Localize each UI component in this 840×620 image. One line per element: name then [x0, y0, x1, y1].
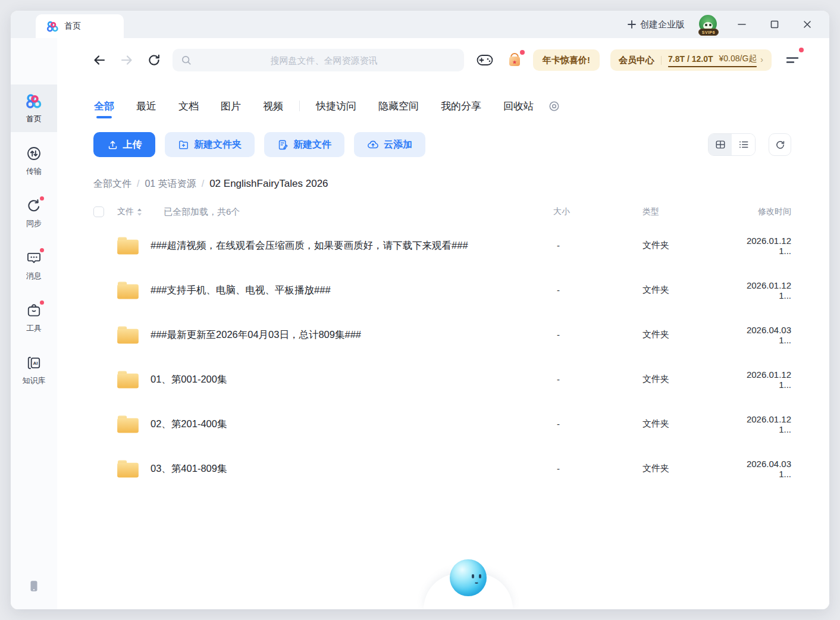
- annual-card-promo-button[interactable]: 年卡惊喜价!: [533, 49, 600, 71]
- breadcrumb-separator: /: [137, 179, 139, 189]
- tab-my-shares[interactable]: 我的分享: [441, 99, 481, 113]
- folder-icon: [117, 370, 139, 389]
- search-input[interactable]: [192, 55, 456, 65]
- games-button[interactable]: [476, 51, 494, 69]
- upload-button[interactable]: 上传: [93, 132, 155, 157]
- file-type: 文件夹: [642, 240, 732, 251]
- back-button[interactable]: [92, 52, 107, 68]
- new-file-button[interactable]: 新建文件: [264, 132, 344, 157]
- app-logo-icon: [46, 20, 59, 33]
- close-button[interactable]: [798, 15, 816, 33]
- tab-all[interactable]: 全部: [94, 99, 114, 113]
- file-modified: 2026.04.03 1...: [732, 325, 791, 345]
- member-center-button[interactable]: 会员中心 7.8T / 12.0T ¥0.08/G起 ›: [610, 49, 772, 71]
- tab-home[interactable]: 首页: [36, 14, 124, 38]
- maximize-button[interactable]: [766, 15, 783, 33]
- sidebar-item-label: 首页: [26, 114, 42, 124]
- grid-view-button[interactable]: [709, 134, 732, 155]
- divider: [299, 101, 300, 111]
- cloud-add-label: 云添加: [384, 139, 412, 151]
- type-column-label[interactable]: 类型: [642, 206, 732, 217]
- new-folder-button[interactable]: 新建文件夹: [165, 132, 255, 157]
- list-refresh-button[interactable]: [769, 133, 791, 156]
- file-name[interactable]: ###支持手机、电脑、电视、平板播放###: [151, 284, 331, 297]
- tab-quick-access[interactable]: 快捷访问: [316, 99, 356, 113]
- file-name[interactable]: ###超清视频，在线观看会压缩画质，如果要画质好，请下载下来观看###: [151, 239, 468, 252]
- file-row[interactable]: 02、第201-400集 - 文件夹 2026.01.12 1...: [93, 402, 791, 446]
- file-modified: 2026.04.03 1...: [732, 459, 791, 479]
- tab-hidden-space[interactable]: 隐藏空间: [378, 99, 419, 113]
- mascot-bubble-icon[interactable]: [450, 559, 487, 596]
- notification-dot: [520, 50, 525, 55]
- sidebar-item-knowledge[interactable]: AI 知识库: [11, 346, 57, 394]
- browser-toolbar: 年卡惊喜价! 会员中心 7.8T / 12.0T ¥0.08/G起 ›: [57, 43, 829, 77]
- modified-column-label[interactable]: 修改时间: [732, 206, 791, 217]
- forward-button[interactable]: [119, 52, 134, 68]
- create-enterprise-label: 创建企业版: [640, 19, 685, 30]
- file-row[interactable]: ###超清视频，在线观看会压缩画质，如果要画质好，请下载下来观看### - 文件…: [93, 223, 791, 268]
- notification-dot: [799, 48, 804, 52]
- shop-bag-button[interactable]: [506, 51, 524, 69]
- file-name[interactable]: 03、第401-809集: [151, 462, 227, 475]
- file-name[interactable]: 01、第001-200集: [151, 373, 227, 386]
- file-modified: 2026.01.12 1...: [732, 280, 791, 300]
- tab-documents[interactable]: 文档: [178, 99, 199, 113]
- mobile-app-button[interactable]: [27, 580, 40, 593]
- file-row[interactable]: 03、第401-809集 - 文件夹 2026.04.03 1...: [93, 446, 791, 491]
- list-view-button[interactable]: [732, 134, 755, 155]
- file-name[interactable]: 02、第201-400集: [151, 418, 227, 431]
- cloud-add-button[interactable]: 云添加: [354, 132, 425, 157]
- file-name[interactable]: ###最新更新至2026年04月03日，总计809集###: [151, 328, 361, 342]
- toolbox-icon: [26, 302, 42, 319]
- sidebar-item-sync[interactable]: 同步: [11, 189, 57, 237]
- tab-recycle-bin[interactable]: 回收站: [503, 99, 534, 113]
- assistant-mascot[interactable]: [424, 558, 513, 609]
- size-column-label[interactable]: 大小: [553, 206, 642, 217]
- transfer-icon: [26, 145, 42, 162]
- sidebar-item-home[interactable]: 首页: [11, 84, 57, 132]
- main-menu-button[interactable]: [785, 52, 800, 68]
- tab-videos[interactable]: 视频: [263, 99, 283, 113]
- sort-by-name[interactable]: 文件: [117, 206, 142, 217]
- storage-usage: 7.8T / 12.0T: [668, 54, 713, 64]
- sync-icon: [26, 198, 42, 214]
- search-bar[interactable]: [173, 49, 464, 71]
- breadcrumb-root[interactable]: 全部文件: [93, 178, 131, 190]
- plus-icon: [627, 20, 637, 29]
- new-file-icon: [277, 139, 289, 151]
- breadcrumb-separator: /: [202, 179, 204, 189]
- folder-icon: [117, 415, 139, 434]
- upload-label: 上传: [123, 139, 142, 151]
- tab-home-label: 首页: [64, 21, 81, 32]
- file-type: 文件夹: [642, 329, 732, 340]
- breadcrumb-folder[interactable]: 01 英语资源: [145, 178, 196, 190]
- member-center-label: 会员中心: [619, 55, 654, 66]
- sidebar-item-tools[interactable]: 工具: [11, 294, 57, 342]
- file-row[interactable]: 01、第001-200集 - 文件夹 2026.01.12 1...: [93, 357, 791, 402]
- file-list: 文件 已全部加载，共6个 大小 类型 修改时间 ###超清视频，在线观看会压缩画…: [93, 201, 791, 491]
- file-type: 文件夹: [642, 463, 732, 474]
- folder-icon: [117, 459, 139, 478]
- select-all-checkbox[interactable]: [93, 206, 104, 217]
- notification-dot: [40, 196, 44, 201]
- file-row[interactable]: ###最新更新至2026年04月03日，总计809集### - 文件夹 2026…: [93, 312, 791, 357]
- action-bar: 上传 新建文件夹 新建文件: [57, 132, 829, 157]
- sidebar-item-messages[interactable]: 消息: [11, 242, 57, 289]
- folder-icon: [117, 325, 139, 345]
- sidebar-item-label: 消息: [26, 271, 42, 281]
- file-type: 文件夹: [642, 418, 732, 430]
- storage-price: ¥0.08/G起: [719, 54, 757, 64]
- tab-pictures[interactable]: 图片: [221, 99, 241, 113]
- minimize-button[interactable]: [733, 15, 751, 33]
- guide-target-icon[interactable]: [548, 101, 560, 112]
- upload-icon: [107, 139, 118, 151]
- refresh-button[interactable]: [146, 52, 162, 68]
- sidebar-item-label: 同步: [26, 218, 42, 229]
- avatar[interactable]: SVIP6: [699, 15, 718, 34]
- divider: [661, 56, 662, 65]
- file-row[interactable]: ###支持手机、电脑、电视、平板播放### - 文件夹 2026.01.12 1…: [93, 268, 791, 312]
- tab-recent[interactable]: 最近: [136, 99, 156, 113]
- sidebar-item-transfer[interactable]: 传输: [11, 137, 57, 184]
- file-size: -: [553, 374, 642, 384]
- create-enterprise-button[interactable]: 创建企业版: [627, 19, 685, 30]
